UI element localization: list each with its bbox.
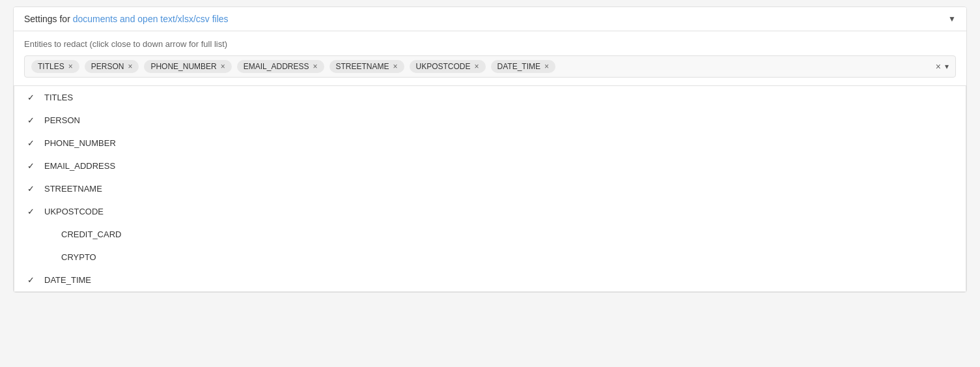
tag-label: UKPOSTCODE <box>416 62 471 71</box>
tags-container: TITLES×PERSON×PHONE_NUMBER×EMAIL_ADDRESS… <box>24 55 956 78</box>
header-title: Settings for documents and open text/xls… <box>24 14 229 24</box>
tag-label: DATE_TIME <box>497 62 540 71</box>
tag-streetname: STREETNAME× <box>329 60 404 73</box>
tag-label: TITLES <box>38 62 64 71</box>
tag-remove-streetname[interactable]: × <box>393 63 398 70</box>
tag-remove-date_time[interactable]: × <box>544 63 549 70</box>
checkmark-icon: ✓ <box>27 207 38 216</box>
tag-ukpostcode: UKPOSTCODE× <box>410 60 486 73</box>
dropdown-item-label: EMAIL_ADDRESS <box>44 161 115 171</box>
tag-label: PERSON <box>91 62 124 71</box>
settings-panel: Settings for documents and open text/xls… <box>13 7 967 293</box>
tag-remove-email_address[interactable]: × <box>313 63 317 70</box>
dropdown-item-label: PHONE_NUMBER <box>44 138 116 148</box>
checkmark-icon: ✓ <box>27 161 38 171</box>
checkmark-icon: ✓ <box>27 184 38 194</box>
entities-label: Entities to redact (click close to down … <box>24 39 956 49</box>
tag-label: PHONE_NUMBER <box>150 62 216 71</box>
entities-section: Entities to redact (click close to down … <box>14 31 966 86</box>
dropdown-list: ✓TITLES✓PERSON✓PHONE_NUMBER✓EMAIL_ADDRES… <box>14 86 966 292</box>
tag-remove-titles[interactable]: × <box>68 63 73 70</box>
tag-titles: TITLES× <box>31 60 79 73</box>
checkmark-icon: ✓ <box>27 93 38 102</box>
dropdown-item-label: TITLES <box>44 93 73 102</box>
dropdown-item-label: PERSON <box>44 115 80 125</box>
dropdown-item-titles[interactable]: ✓TITLES <box>14 86 966 109</box>
tag-label: STREETNAME <box>336 62 389 71</box>
tag-email_address: EMAIL_ADDRESS× <box>237 60 324 73</box>
dropdown-toggle-button[interactable]: ▾ <box>945 62 949 71</box>
clear-all-button[interactable]: × <box>936 61 941 72</box>
tag-remove-ukpostcode[interactable]: × <box>475 63 479 70</box>
settings-header: Settings for documents and open text/xls… <box>14 7 966 31</box>
dropdown-item-credit_card[interactable]: ✓CREDIT_CARD <box>14 223 966 246</box>
dropdown-item-email_address[interactable]: ✓EMAIL_ADDRESS <box>14 154 966 177</box>
checkmark-icon: ✓ <box>27 275 38 285</box>
tag-remove-person[interactable]: × <box>128 63 132 70</box>
dropdown-item-label: STREETNAME <box>44 184 102 194</box>
dropdown-item-date_time[interactable]: ✓DATE_TIME <box>14 269 966 291</box>
dropdown-item-ukpostcode[interactable]: ✓UKPOSTCODE <box>14 200 966 223</box>
tags-controls: × ▾ <box>936 61 949 72</box>
dropdown-item-phone_number[interactable]: ✓PHONE_NUMBER <box>14 132 966 154</box>
dropdown-item-person[interactable]: ✓PERSON <box>14 109 966 132</box>
checkmark-icon: ✓ <box>27 138 38 148</box>
tag-person: PERSON× <box>85 60 139 73</box>
dropdown-item-streetname[interactable]: ✓STREETNAME <box>14 177 966 200</box>
checkmark-icon: ✓ <box>27 115 38 125</box>
tag-remove-phone_number[interactable]: × <box>221 63 225 70</box>
dropdown-item-label: CRYPTO <box>61 252 96 262</box>
dropdown-item-crypto[interactable]: ✓CRYPTO <box>14 246 966 269</box>
dropdown-item-label: CREDIT_CARD <box>61 229 121 239</box>
tag-date_time: DATE_TIME× <box>491 60 555 73</box>
collapse-chevron-icon[interactable]: ▼ <box>948 14 956 23</box>
dropdown-item-label: DATE_TIME <box>44 275 91 285</box>
dropdown-item-label: UKPOSTCODE <box>44 207 104 216</box>
tag-label: EMAIL_ADDRESS <box>244 62 309 71</box>
tag-phone_number: PHONE_NUMBER× <box>144 60 231 73</box>
